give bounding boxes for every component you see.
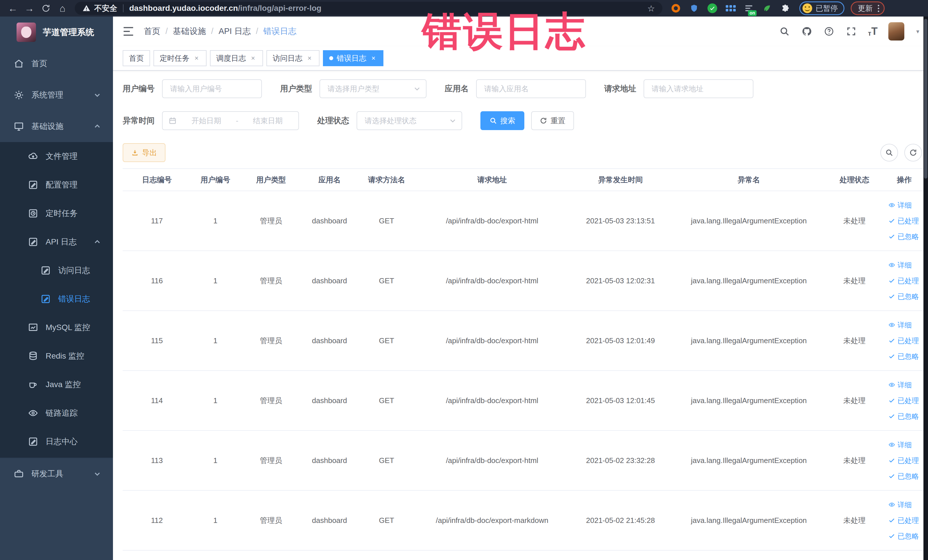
fullscreen-icon[interactable]: [846, 26, 857, 37]
browser-update-button[interactable]: 更新: [851, 2, 885, 15]
browser-reload-button[interactable]: [38, 2, 54, 15]
sidebar-item-api-log[interactable]: API 日志: [0, 227, 113, 256]
range-separator: -: [236, 116, 238, 125]
sidebar-logo-row[interactable]: 芋道管理系统: [0, 17, 113, 48]
refresh-icon: [540, 117, 547, 124]
detail-link[interactable]: 详细: [888, 380, 912, 390]
app-name-input[interactable]: [476, 79, 586, 98]
log-icon: [28, 237, 38, 247]
export-button[interactable]: 导出: [123, 143, 165, 162]
toggle-search-button[interactable]: [881, 144, 898, 162]
table-row: 117 1 管理员 dashboard GET /api/infra/db-do…: [123, 191, 924, 251]
sidebar-item-infrastructure[interactable]: 基础设施: [0, 111, 113, 142]
detail-link[interactable]: 详细: [888, 440, 912, 450]
mark-ignored-link[interactable]: 已忽略: [888, 292, 919, 301]
filter-row-2: 异常时间 开始日期 - 结束日期 处理状态: [123, 111, 924, 130]
mark-processed-link[interactable]: 已处理: [888, 516, 919, 525]
process-status-select[interactable]: [357, 111, 462, 130]
detail-link[interactable]: 详细: [888, 320, 912, 330]
status-text: 未处理: [824, 216, 884, 226]
browser-menu-icon[interactable]: [878, 5, 879, 12]
eye-icon: [888, 262, 895, 269]
table-row: 114 1 管理员 dashboard GET /api/infra/db-do…: [123, 371, 924, 431]
breadcrumb-api-log[interactable]: API 日志: [206, 26, 251, 37]
sidebar-item-trace[interactable]: 链路追踪: [0, 399, 113, 427]
gear-icon: [14, 90, 24, 100]
sidebar-item-mysql-monitor[interactable]: MySQL 监控: [0, 313, 113, 342]
sidebar-item-error-log[interactable]: 错误日志: [0, 285, 113, 313]
request-url-input[interactable]: [644, 79, 753, 98]
mark-ignored-link[interactable]: 已忽略: [888, 352, 919, 361]
browser-home-button[interactable]: ⌂: [54, 2, 71, 15]
user-type-select[interactable]: [319, 79, 426, 98]
tab-schedule-log[interactable]: 调度日志: [210, 50, 263, 66]
breadcrumb-error-log: 错误日志: [251, 26, 296, 37]
detail-link[interactable]: 详细: [888, 261, 912, 270]
sidebar-item-dev-tools[interactable]: 研发工具: [0, 458, 113, 490]
mark-processed-link[interactable]: 已处理: [888, 336, 919, 345]
extension-icons: on: [670, 3, 791, 14]
sidebar-item-home[interactable]: 首页: [0, 48, 113, 79]
tab-error-log[interactable]: 错误日志: [323, 50, 383, 66]
close-icon[interactable]: [193, 55, 200, 62]
tab-home[interactable]: 首页: [123, 50, 150, 66]
extension-leaf-icon[interactable]: [762, 3, 772, 14]
browser-scrollbar[interactable]: [923, 17, 928, 560]
browser-forward-button[interactable]: →: [21, 2, 38, 15]
mark-ignored-link[interactable]: 已忽略: [888, 412, 919, 421]
close-icon[interactable]: [306, 55, 313, 62]
mark-ignored-link[interactable]: 已忽略: [888, 232, 919, 241]
sidebar-item-scheduled-tasks[interactable]: 定时任务: [0, 199, 113, 227]
tab-access-log[interactable]: 访问日志: [266, 50, 319, 66]
mark-ignored-link[interactable]: 已忽略: [888, 471, 919, 481]
sidebar-item-java-monitor[interactable]: Java 监控: [0, 370, 113, 399]
extension-check-icon[interactable]: [707, 3, 718, 14]
github-icon[interactable]: [801, 26, 812, 37]
security-label[interactable]: 不安全: [94, 3, 117, 14]
help-icon[interactable]: [823, 26, 835, 37]
emoji-avatar: [803, 3, 812, 13]
extension-orange-icon[interactable]: [670, 3, 681, 14]
user-id-input[interactable]: [162, 79, 262, 98]
detail-link[interactable]: 详细: [888, 500, 912, 510]
mark-ignored-link[interactable]: 已忽略: [888, 531, 919, 541]
sidebar-item-file-management[interactable]: 文件管理: [0, 142, 113, 171]
extensions-puzzle-icon[interactable]: [780, 3, 791, 14]
detail-link[interactable]: 详细: [888, 201, 912, 210]
search-icon[interactable]: [779, 26, 790, 37]
extension-grid-icon[interactable]: [725, 3, 736, 14]
date-range-picker[interactable]: 开始日期 - 结束日期: [162, 111, 299, 130]
breadcrumb-home[interactable]: 首页: [144, 26, 160, 37]
close-icon[interactable]: [249, 55, 257, 62]
sidebar-item-config-management[interactable]: 配置管理: [0, 171, 113, 199]
extension-shield-icon[interactable]: [688, 3, 699, 14]
reset-button[interactable]: 重置: [531, 111, 574, 130]
hamburger-icon[interactable]: [123, 26, 134, 36]
sidebar-item-redis-monitor[interactable]: Redis 监控: [0, 342, 113, 370]
row-actions: 详细 已处理 已忽略: [884, 380, 924, 421]
refresh-table-button[interactable]: [904, 144, 922, 162]
column-user-type: 用户类型: [240, 175, 302, 185]
profile-paused-badge[interactable]: 已暂停: [799, 2, 844, 15]
tab-scheduled-tasks[interactable]: 定时任务: [154, 50, 206, 66]
breadcrumb-infrastructure[interactable]: 基础设施: [160, 26, 206, 37]
search-button[interactable]: 搜索: [481, 111, 524, 130]
caret-down-icon[interactable]: [915, 27, 920, 35]
mark-processed-link[interactable]: 已处理: [888, 216, 919, 226]
mark-processed-link[interactable]: 已处理: [888, 396, 919, 405]
mark-processed-link[interactable]: 已处理: [888, 456, 919, 465]
sidebar-item-access-log[interactable]: 访问日志: [0, 256, 113, 285]
extension-lines-icon[interactable]: on: [743, 3, 754, 14]
scrollbar-thumb[interactable]: [924, 19, 927, 179]
user-avatar[interactable]: [888, 22, 904, 41]
eye-icon: [888, 441, 895, 448]
sidebar-item-log-center[interactable]: 日志中心: [0, 427, 113, 456]
table-header-row: 日志编号 用户编号 用户类型 应用名 请求方法名 请求地址 异常发生时间 异常名…: [123, 168, 924, 191]
close-icon[interactable]: [370, 55, 377, 62]
column-actions: 操作: [884, 175, 924, 185]
browser-back-button[interactable]: ←: [5, 2, 21, 15]
bookmark-star-icon[interactable]: ☆: [647, 3, 655, 14]
mark-processed-link[interactable]: 已处理: [888, 276, 919, 285]
font-size-icon[interactable]: [868, 25, 878, 37]
sidebar-item-system-management[interactable]: 系统管理: [0, 79, 113, 111]
